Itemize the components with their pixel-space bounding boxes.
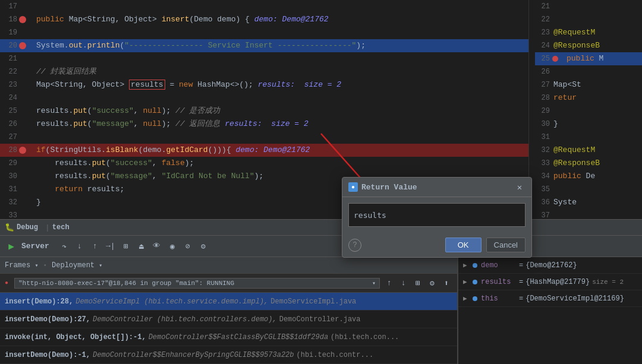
- var-name-this: this: [481, 295, 517, 303]
- var-hint-results: size = 2: [592, 278, 624, 286]
- modal-ok-button[interactable]: OK: [445, 238, 482, 252]
- var-value-results: {HashMap@21779}: [525, 278, 590, 286]
- debug-toolbar: ▶ Server ↷ ↓ ↑ →| ⊞ ⏏ 👁 ◉ ⊘ ⚙: [0, 236, 642, 257]
- right-line-24: 24 @ResponseB: [535, 39, 642, 52]
- right-line-22: 22: [535, 13, 642, 26]
- code-line-23: 23 Map<String, Object> results = new Has…: [0, 78, 528, 91]
- frames-arrow: ▾: [34, 262, 38, 269]
- right-line-28: 28 retur: [535, 91, 642, 105]
- code-line-17: 17: [0, 0, 528, 13]
- thread-filter-btn[interactable]: ⊞: [412, 277, 424, 289]
- expand-demo[interactable]: ▶: [463, 261, 473, 269]
- right-line-36: 36 Syste: [535, 196, 642, 209]
- right-line-25: 25 public M: [535, 52, 642, 65]
- breakpoint-icon: [19, 16, 26, 23]
- step-into-btn[interactable]: ↓: [73, 240, 86, 253]
- step-over-btn[interactable]: ↷: [58, 240, 71, 253]
- expand-this[interactable]: ▶: [463, 295, 473, 302]
- stack-frame-3[interactable]: insertDemo(Demo):-1, DemoController$$Enh…: [0, 346, 457, 364]
- resume-button[interactable]: ▶: [5, 240, 18, 253]
- right-line-30: 30 }: [535, 118, 642, 131]
- run-to-cursor-btn[interactable]: →|: [104, 240, 117, 253]
- modal-header: ● Return Value ✕: [342, 178, 531, 197]
- right-line-31: 31: [535, 131, 642, 144]
- debug-tab-label[interactable]: Debug: [17, 223, 38, 232]
- right-line-34: 34 public De: [535, 170, 642, 183]
- right-line-33: 33 @ResponseB: [535, 157, 642, 170]
- breakpoint-icon-20: [19, 42, 26, 49]
- return-value-dialog: ● Return Value ✕ ? OK Cancel: [342, 177, 532, 258]
- right-line-35: 35: [535, 183, 642, 196]
- stack-frame-2[interactable]: invoke(int, Object, Object[]):-1, DemoCo…: [0, 328, 457, 346]
- server-label: Server: [21, 242, 49, 251]
- code-line-26: 26 results.put("message", null); // 返回信息…: [0, 118, 528, 131]
- modal-title-text: Return Value: [361, 183, 417, 192]
- stack-frames-list: insert(Demo):28, DemoServiceImpl (hbi.te…: [0, 293, 457, 364]
- frames-btn[interactable]: ⏏: [135, 240, 148, 253]
- var-value-this: {DemoServiceImpl@21169}: [525, 295, 624, 303]
- return-value-input[interactable]: [348, 203, 525, 227]
- var-icon-demo: [473, 263, 477, 268]
- code-line-21: 21: [0, 52, 528, 65]
- code-line-29: 29 results.put("success", false);: [0, 157, 528, 170]
- thread-bar: ● "http-nio-8080-exec-17"@18,846 in grou…: [0, 274, 457, 293]
- var-icon-this: [473, 296, 477, 301]
- code-area: 17 18 public Map<String, Object> insert(…: [0, 0, 642, 219]
- results-highlight: results: [129, 80, 165, 90]
- thread-up-btn[interactable]: ↑: [383, 277, 395, 289]
- thread-dropdown-arrow: ▾: [372, 280, 376, 287]
- code-panel-right: 21 22 23 @RequestM 24 @ResponseB 25: [529, 0, 642, 219]
- breakpoints-btn[interactable]: ◉: [166, 240, 179, 253]
- mute-btn[interactable]: ⊘: [181, 240, 194, 253]
- tech-tab-label[interactable]: tech: [52, 223, 70, 232]
- var-icon-results: [473, 280, 477, 284]
- deployment-label[interactable]: Deployment ▾: [52, 261, 102, 270]
- modal-footer: ? OK Cancel: [342, 233, 531, 257]
- expand-results[interactable]: ▶: [463, 278, 473, 286]
- thread-status-dot: ●: [5, 280, 8, 286]
- breakpoint-icon-28: [19, 147, 26, 154]
- var-row-demo: ▶ demo = {Demo@21762}: [458, 257, 642, 274]
- right-line-27: 27 Map<St: [535, 78, 642, 91]
- code-line-24: 24: [0, 91, 528, 105]
- modal-help-button[interactable]: ?: [348, 239, 361, 252]
- modal-title-icon: ●: [348, 182, 358, 192]
- code-line-19: 19: [0, 26, 528, 39]
- modal-close-button[interactable]: ✕: [514, 181, 525, 193]
- right-line-37: 37: [535, 209, 642, 219]
- deployment-arrow: ▾: [99, 262, 102, 269]
- debug-bar: 🐛 Debug | tech: [0, 219, 642, 236]
- code-line-18: 18 public Map<String, Object> insert(Dem…: [0, 13, 528, 26]
- watches-btn[interactable]: 👁: [150, 240, 163, 253]
- right-line-21: 21: [535, 0, 642, 13]
- var-row-results: ▶ results = {HashMap@21779} size = 2: [458, 274, 642, 290]
- debug-icon: 🐛: [5, 223, 14, 232]
- right-line-23: 23 @RequestM: [535, 26, 642, 39]
- code-line-27: 27: [0, 131, 528, 144]
- main-container: 17 18 public Map<String, Object> insert(…: [0, 0, 642, 364]
- modal-cancel-button[interactable]: Cancel: [486, 238, 525, 252]
- thread-settings-btn[interactable]: ⚙: [426, 277, 438, 289]
- code-line-28: 28 if(StringUtils.isBlank(demo.getIdCard…: [0, 144, 528, 157]
- bottom-panel: Frames ▾ • Deployment ▾ ● "http-nio-8080…: [0, 257, 642, 364]
- thread-copy-btn[interactable]: ⬆: [440, 277, 452, 289]
- frames-label[interactable]: Frames ▾: [5, 261, 38, 270]
- stack-frame-0[interactable]: insert(Demo):28, DemoServiceImpl (hbi.te…: [0, 293, 457, 311]
- step-out-btn[interactable]: ↑: [89, 240, 102, 253]
- thread-down-btn[interactable]: ↓: [398, 277, 410, 289]
- evaluate-btn[interactable]: ⊞: [119, 240, 133, 253]
- code-line-20: 20 System.out.println("---------------- …: [0, 39, 528, 52]
- var-row-this: ▶ this = {DemoServiceImpl@21169}: [458, 290, 642, 307]
- settings-btn[interactable]: ⚙: [197, 240, 210, 253]
- var-name-demo: demo: [481, 261, 517, 270]
- thread-selector[interactable]: "http-nio-8080-exec-17"@18,846 in group …: [14, 278, 380, 289]
- right-line-29: 29: [535, 105, 642, 118]
- modal-actions: OK Cancel: [445, 238, 525, 252]
- code-line-25: 25 results.put("success", null); // 是否成功: [0, 105, 528, 118]
- breakpoint-right-25: [552, 56, 558, 62]
- modal-body: [342, 197, 531, 233]
- frames-bar: Frames ▾ • Deployment ▾: [0, 257, 457, 274]
- var-name-results: results: [481, 278, 517, 286]
- var-value-demo: {Demo@21762}: [525, 261, 577, 270]
- stack-frame-1[interactable]: insertDemo(Demo):27, DemoController (hbi…: [0, 311, 457, 328]
